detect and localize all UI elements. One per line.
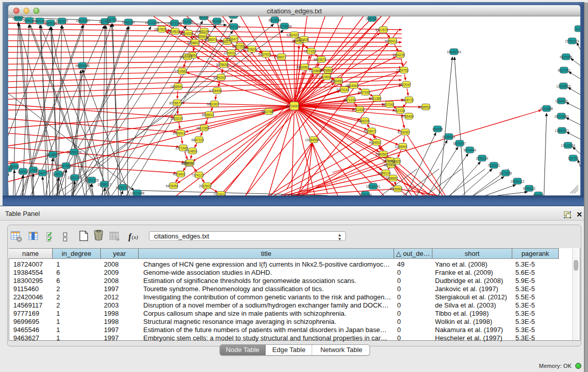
svg-text:5661907: 5661907: [207, 102, 220, 106]
svg-text:164095: 164095: [432, 127, 443, 131]
svg-text:6960453: 6960453: [331, 79, 343, 83]
svg-text:2338687: 2338687: [385, 177, 398, 180]
svg-text:8536477: 8536477: [226, 37, 239, 41]
svg-text:116753: 116753: [568, 157, 579, 160]
svg-text:7350753: 7350753: [396, 69, 409, 72]
svg-text:12923448: 12923448: [130, 191, 145, 195]
svg-text:2719583: 2719583: [175, 70, 187, 73]
svg-text:5663623: 5663623: [314, 58, 326, 61]
svg-text:10975887: 10975887: [59, 164, 74, 168]
svg-text:6440561: 6440561: [376, 152, 388, 156]
svg-text:2935114: 2935114: [476, 157, 489, 160]
svg-text:1419610: 1419610: [167, 30, 180, 33]
svg-text:8471626: 8471626: [499, 171, 512, 175]
svg-text:12093822: 12093822: [556, 84, 571, 88]
svg-text:6679197: 6679197: [453, 142, 466, 145]
svg-text:9961380: 9961380: [369, 97, 382, 100]
svg-text:12942757: 12942757: [35, 171, 50, 175]
svg-text:3728882: 3728882: [320, 69, 333, 72]
svg-text:5108603: 5108603: [187, 41, 200, 45]
svg-text:10958117: 10958117: [97, 183, 112, 186]
svg-text:1109031: 1109031: [224, 51, 236, 55]
svg-text:8755439: 8755439: [401, 115, 414, 118]
svg-text:1445199: 1445199: [197, 30, 209, 33]
svg-text:16210643: 16210643: [554, 115, 569, 118]
svg-text:4612365: 4612365: [197, 126, 209, 130]
svg-text:2322047: 2322047: [399, 83, 411, 86]
svg-text:2622631: 2622631: [199, 184, 212, 188]
svg-text:8038374: 8038374: [205, 38, 217, 41]
svg-text:6292423: 6292423: [287, 33, 299, 37]
svg-text:15136141: 15136141: [366, 185, 381, 188]
svg-text:6647119: 6647119: [191, 138, 204, 142]
svg-text:13692971: 13692971: [555, 129, 570, 133]
svg-text:1292344: 1292344: [359, 193, 372, 196]
svg-text:7357224: 7357224: [228, 25, 241, 29]
svg-text:160338: 160338: [198, 16, 209, 19]
svg-text:4226067: 4226067: [398, 130, 410, 134]
svg-text:16648764: 16648764: [447, 50, 462, 54]
svg-text:9227342: 9227342: [558, 69, 571, 72]
svg-text:19218506: 19218506: [277, 25, 292, 28]
svg-text:152760: 152760: [106, 18, 117, 21]
svg-text:4905582: 4905582: [390, 187, 403, 191]
svg-text:5855124: 5855124: [378, 171, 391, 175]
svg-text:1499914: 1499914: [173, 132, 186, 135]
svg-text:7210606: 7210606: [319, 75, 332, 79]
svg-text:17016504: 17016504: [561, 144, 576, 147]
svg-text:7730428: 7730428: [296, 38, 309, 41]
svg-text:39154: 39154: [8, 167, 12, 171]
svg-text:2166941: 2166941: [395, 145, 408, 148]
svg-text:7067228: 7067228: [393, 109, 405, 113]
svg-text:5667265: 5667265: [232, 45, 245, 48]
svg-text:924561: 924561: [533, 193, 544, 196]
svg-text:1145191: 1145191: [52, 172, 65, 176]
svg-text:17957225: 17957225: [84, 179, 99, 182]
svg-text:26053346: 26053346: [75, 64, 90, 68]
svg-text:9245612: 9245612: [523, 187, 536, 190]
svg-text:15751074: 15751074: [565, 39, 580, 43]
svg-text:3678638: 3678638: [216, 63, 229, 67]
svg-text:8938923: 8938923: [443, 135, 455, 139]
svg-text:5437923: 5437923: [258, 53, 271, 56]
svg-text:1533224: 1533224: [170, 117, 183, 120]
svg-text:8707870: 8707870: [376, 28, 388, 32]
svg-text:10654112: 10654112: [510, 180, 525, 183]
svg-text:2458591: 2458591: [170, 85, 183, 89]
svg-text:2197935: 2197935: [358, 91, 371, 94]
svg-text:2556017: 2556017: [182, 161, 195, 165]
svg-text:7377459: 7377459: [303, 50, 316, 53]
svg-text:7515526: 7515526: [181, 20, 194, 24]
svg-text:4684531: 4684531: [369, 141, 382, 144]
svg-text:16782759: 16782759: [116, 186, 130, 189]
svg-text:9478454: 9478454: [166, 184, 179, 188]
svg-text:4842788: 4842788: [261, 110, 274, 114]
svg-text:4823498: 4823498: [383, 163, 396, 167]
svg-text:7374122: 7374122: [191, 173, 204, 177]
svg-text:881305: 881305: [228, 16, 239, 17]
svg-text:7632621: 7632621: [488, 164, 500, 167]
svg-text:19384554: 19384554: [305, 138, 320, 142]
svg-text:9329996: 9329996: [560, 55, 573, 59]
svg-text:8078673: 8078673: [169, 101, 182, 105]
svg-text:3094235: 3094235: [393, 53, 405, 57]
svg-text:2867825: 2867825: [154, 28, 167, 31]
svg-text:3871230: 3871230: [343, 98, 356, 102]
svg-text:16033809: 16033809: [210, 19, 225, 23]
svg-text:10653267: 10653267: [76, 19, 91, 23]
svg-text:6708456: 6708456: [209, 89, 222, 93]
svg-text:5528972: 5528972: [364, 129, 377, 133]
svg-text:5479144: 5479144: [337, 88, 350, 92]
svg-text:20206576: 20206576: [46, 153, 60, 157]
svg-text:7366205: 7366205: [357, 119, 370, 123]
svg-text:1728977: 1728977: [274, 55, 287, 59]
svg-text:1938483: 1938483: [382, 159, 395, 163]
svg-text:3608513: 3608513: [202, 113, 214, 117]
svg-text:8606962: 8606962: [297, 65, 310, 69]
svg-text:5614226: 5614226: [181, 32, 193, 35]
svg-text:9474444: 9474444: [464, 148, 476, 152]
svg-text:9996414: 9996414: [385, 39, 398, 43]
svg-text:5918715: 5918715: [401, 98, 414, 102]
svg-text:23051315: 23051315: [68, 176, 82, 180]
svg-text:1117: 1117: [575, 27, 580, 31]
